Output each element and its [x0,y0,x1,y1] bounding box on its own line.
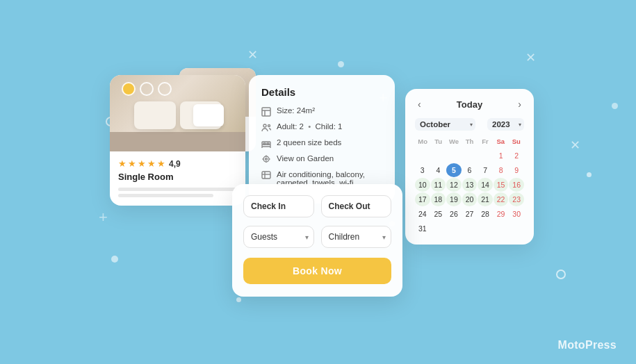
cal-day-empty-9 [478,222,493,235]
cal-day-3[interactable]: 3 [415,163,430,177]
details-beds: 2 queen size beds [261,138,382,149]
cal-day-6[interactable]: 6 [462,163,478,177]
cal-day-empty-6 [431,222,446,235]
checkout-input[interactable]: Check Out [321,195,392,217]
dow-fr: Fr [478,136,493,147]
cal-day-2[interactable]: 2 [509,149,524,163]
booking-selects-row: Guests 1 Guest 2 Guests 3 Guests 4 Guest… [243,226,391,248]
people-icon [261,123,271,133]
children-select[interactable]: Children 0 1 2 3 [321,226,392,248]
book-now-button[interactable]: Book Now [243,258,391,284]
month-select[interactable]: JanuaryFebruaryMarch AprilMayJune JulyAu… [415,118,475,131]
svg-point-3 [263,124,266,127]
cal-day-12[interactable]: 12 [446,178,462,192]
star-4: ★ [147,158,156,169]
deco-x-3: ✕ [570,138,580,153]
cal-day-13[interactable]: 13 [462,178,478,192]
dow-tu: Tu [430,136,446,147]
svg-point-10 [263,156,269,162]
cal-day-empty-11 [509,222,524,235]
rating-value: 4,9 [169,159,181,169]
deco-circle-6 [612,103,618,109]
cal-day-7[interactable]: 7 [478,163,493,177]
calendar-month-row: JanuaryFebruaryMarch AprilMayJune JulyAu… [415,118,524,131]
year-select[interactable]: 2022 2023 2024 [487,118,524,131]
star-1: ★ [118,158,127,169]
cal-day-10[interactable]: 10 [415,178,430,192]
cal-day-31[interactable]: 31 [415,222,430,235]
cal-day-20[interactable]: 20 [462,192,478,206]
cal-day-18[interactable]: 18 [431,192,446,206]
cal-day-4[interactable]: 4 [431,163,446,177]
deco-circle-3 [338,61,344,67]
calendar-week-3: 10 11 12 13 14 15 16 [415,178,524,192]
deco-circle-2 [111,256,118,263]
star-3: ★ [138,158,146,169]
cal-day-empty-8 [462,222,478,235]
cal-day-25[interactable]: 25 [431,207,446,221]
cal-day-14[interactable]: 14 [478,178,493,192]
star-2: ★ [128,158,136,169]
pillow-1 [134,101,176,129]
details-size-text: Size: 24m² [277,106,315,115]
cal-day-28[interactable]: 28 [478,207,493,221]
details-garden: View on Garden [261,154,382,165]
guests-select[interactable]: Guests 1 Guest 2 Guests 3 Guests 4 Guest… [243,226,314,248]
cal-day-19[interactable]: 19 [446,192,462,206]
cal-day-16[interactable]: 16 [509,178,524,192]
guests-select-wrapper: Guests 1 Guest 2 Guests 3 Guests 4 Guest… [243,226,314,248]
calendar-today-label: Today [457,99,482,110]
room-line-2 [118,194,213,197]
cal-day-23[interactable]: 23 [509,192,524,206]
svg-point-11 [266,158,268,160]
calendar-week-4: 17 18 19 20 21 22 23 [415,192,524,206]
svg-rect-9 [267,143,269,144]
cal-day-24[interactable]: 24 [415,207,430,221]
cal-day-1[interactable]: 1 [494,149,509,163]
cal-day-17[interactable]: 17 [415,192,430,206]
cal-day-26[interactable]: 26 [446,207,462,221]
deco-plus-1: + [99,208,108,226]
deco-circle-5 [556,270,566,279]
calendar-next-button[interactable]: › [515,97,524,111]
details-garden-text: View on Garden [277,154,334,163]
dow-we: We [446,136,462,147]
calendar-week-5: 24 25 26 27 28 29 30 [415,207,524,221]
cal-day-11[interactable]: 11 [431,178,446,192]
cal-day-8[interactable]: 8 [494,163,509,177]
dot-active[interactable] [122,82,136,96]
dow-sa: Sa [493,136,508,147]
dow-su: Su [509,136,524,147]
cal-day-9[interactable]: 9 [509,163,524,177]
cal-day-29[interactable]: 29 [494,207,509,221]
cal-day-27[interactable]: 27 [462,207,478,221]
deco-dot-2 [236,297,241,302]
pillow-small [193,104,224,126]
month-select-wrapper: JanuaryFebruaryMarch AprilMayJune JulyAu… [415,118,475,131]
dot-inactive-2[interactable] [158,82,172,96]
amenities-icon [261,170,271,180]
svg-rect-8 [263,143,266,144]
dow-th: Th [462,136,477,147]
dot-inactive-1[interactable] [140,82,154,96]
garden-icon [261,155,271,165]
cal-day-21[interactable]: 21 [478,192,493,206]
checkin-input[interactable]: Check In [243,195,314,217]
children-select-wrapper: Children 0 1 2 3 ▾ [321,226,392,248]
cal-day-empty-3 [446,149,462,163]
star-5: ★ [157,158,165,169]
svg-rect-16 [262,172,270,179]
svg-point-4 [268,125,270,127]
cal-day-15[interactable]: 15 [494,178,509,192]
cal-day-empty-4 [462,149,478,163]
calendar-widget: ‹ Today › JanuaryFebruaryMarch AprilMayJ… [405,89,534,245]
deco-dot-1 [587,172,592,177]
calendar-prev-button[interactable]: ‹ [415,97,424,111]
details-adult-child: Adult: 2 • Child: 1 [261,122,382,133]
room-lines [118,188,237,197]
cal-day-empty-2 [431,149,446,163]
cal-day-22[interactable]: 22 [494,192,509,206]
cal-day-30[interactable]: 30 [509,207,524,221]
cal-day-5-today[interactable]: 5 [446,163,462,177]
cal-day-empty-10 [494,222,509,235]
